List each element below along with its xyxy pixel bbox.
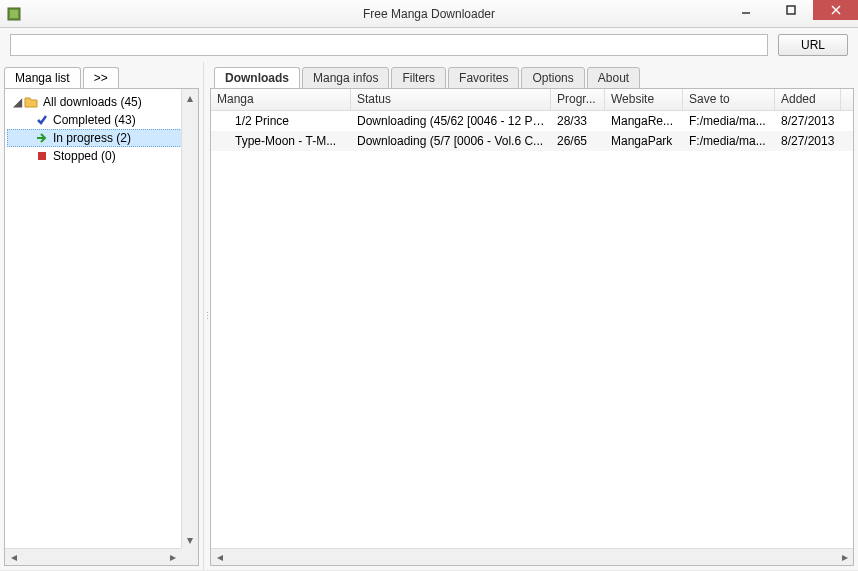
- scroll-down-icon[interactable]: ▾: [182, 531, 198, 548]
- table-body: 1/2 PrinceDownloading (45/62 [0046 - 12 …: [211, 111, 853, 151]
- main-panel: DownloadsManga infosFiltersFavoritesOpti…: [210, 62, 858, 570]
- cell-manga: 1/2 Prince: [211, 112, 351, 130]
- tree-root-label: All downloads (45): [39, 95, 142, 109]
- table-header: Manga Status Progr... Website Save to Ad…: [211, 89, 853, 111]
- col-website[interactable]: Website: [605, 89, 683, 110]
- minimize-button[interactable]: [723, 0, 768, 20]
- svg-rect-6: [38, 152, 46, 160]
- sidebar-tab-manga-list[interactable]: Manga list: [4, 67, 81, 89]
- tab-manga-infos[interactable]: Manga infos: [302, 67, 389, 89]
- col-status[interactable]: Status: [351, 89, 551, 110]
- tree-item-completed[interactable]: Completed (43): [7, 111, 196, 129]
- maximize-button[interactable]: [768, 0, 813, 20]
- body: Manga list >> ◢ All downloads (45) Compl…: [0, 62, 858, 570]
- cell-website: MangaRe...: [605, 112, 683, 130]
- sidebar: Manga list >> ◢ All downloads (45) Compl…: [0, 62, 204, 570]
- url-input[interactable]: [10, 34, 768, 56]
- cell-added: 8/27/2013: [775, 112, 841, 130]
- svg-rect-3: [787, 6, 795, 14]
- square-icon: [35, 149, 49, 163]
- col-manga[interactable]: Manga: [211, 89, 351, 110]
- col-added[interactable]: Added: [775, 89, 841, 110]
- scroll-left-icon[interactable]: ◂: [211, 549, 228, 565]
- main-hscroll[interactable]: ◂ ▸: [211, 548, 853, 565]
- tab-filters[interactable]: Filters: [391, 67, 446, 89]
- arrow-icon: [35, 131, 49, 145]
- sidebar-tab-more[interactable]: >>: [83, 67, 119, 89]
- cell-status: Downloading (5/7 [0006 - Vol.6 C...: [351, 132, 551, 150]
- cell-saveto: F:/media/ma...: [683, 132, 775, 150]
- titlebar: Free Manga Downloader: [0, 0, 858, 28]
- scroll-right-icon[interactable]: ▸: [836, 549, 853, 565]
- tab-about[interactable]: About: [587, 67, 640, 89]
- table-row[interactable]: 1/2 PrinceDownloading (45/62 [0046 - 12 …: [211, 111, 853, 131]
- svg-rect-1: [10, 10, 18, 18]
- cell-website: MangaPark: [605, 132, 683, 150]
- tab-downloads[interactable]: Downloads: [214, 67, 300, 89]
- sidebar-hscroll[interactable]: ◂ ▸: [5, 548, 181, 565]
- tree-item-in-progress[interactable]: In progress (2): [7, 129, 196, 147]
- downloads-table: Manga Status Progr... Website Save to Ad…: [210, 88, 854, 566]
- tree-item-stopped[interactable]: Stopped (0): [7, 147, 196, 165]
- cell-saveto: F:/media/ma...: [683, 112, 775, 130]
- sidebar-tabs: Manga list >>: [0, 62, 203, 88]
- urlbar: URL: [0, 28, 858, 62]
- cell-progress: 28/33: [551, 112, 605, 130]
- tree-item-label: Stopped (0): [53, 149, 116, 163]
- col-saveto[interactable]: Save to: [683, 89, 775, 110]
- close-button[interactable]: [813, 0, 858, 20]
- sidebar-vscroll[interactable]: ▴ ▾: [181, 89, 198, 548]
- col-progress[interactable]: Progr...: [551, 89, 605, 110]
- scroll-right-icon[interactable]: ▸: [164, 549, 181, 565]
- tab-favorites[interactable]: Favorites: [448, 67, 519, 89]
- cell-status: Downloading (45/62 [0046 - 12 Pri...: [351, 112, 551, 130]
- scroll-corner: [181, 548, 198, 565]
- app-icon: [6, 6, 22, 22]
- check-icon: [35, 113, 49, 127]
- tree-item-label: In progress (2): [53, 131, 131, 145]
- scroll-left-icon[interactable]: ◂: [5, 549, 22, 565]
- cell-added: 8/27/2013: [775, 132, 841, 150]
- tree-panel: ◢ All downloads (45) Completed (43)In pr…: [4, 88, 199, 566]
- tab-options[interactable]: Options: [521, 67, 584, 89]
- url-button[interactable]: URL: [778, 34, 848, 56]
- tree-item-label: Completed (43): [53, 113, 136, 127]
- main-tabs: DownloadsManga infosFiltersFavoritesOpti…: [210, 62, 854, 88]
- table-row[interactable]: Type-Moon - T-M...Downloading (5/7 [0006…: [211, 131, 853, 151]
- download-tree: ◢ All downloads (45) Completed (43)In pr…: [5, 89, 198, 169]
- tree-expand-icon: ◢: [11, 95, 23, 109]
- folder-icon: [23, 94, 39, 110]
- cell-manga: Type-Moon - T-M...: [211, 132, 351, 150]
- scroll-up-icon[interactable]: ▴: [182, 89, 198, 106]
- cell-progress: 26/65: [551, 132, 605, 150]
- window-controls: [723, 0, 858, 20]
- tree-root-all-downloads[interactable]: ◢ All downloads (45): [7, 93, 196, 111]
